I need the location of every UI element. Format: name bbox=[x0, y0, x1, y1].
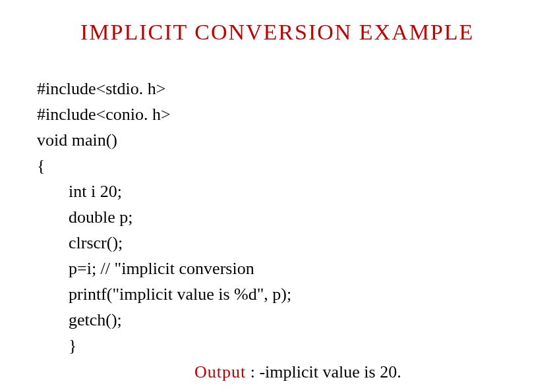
code-line-2: #include<conio. h> bbox=[37, 101, 291, 127]
code-line-8: p=i; // "implicit conversion bbox=[37, 256, 291, 281]
code-line-4: { bbox=[37, 153, 291, 179]
code-line-9: printf("implicit value is %d", p); bbox=[37, 281, 291, 307]
output-line: Output : -implicit value is 20. bbox=[194, 362, 401, 382]
code-line-6: double p; bbox=[37, 204, 291, 230]
output-label: Output bbox=[194, 362, 246, 381]
code-block: #include<stdio. h> #include<conio. h> vo… bbox=[37, 76, 291, 358]
code-line-1: #include<stdio. h> bbox=[37, 76, 291, 101]
code-line-10: getch(); bbox=[37, 307, 291, 333]
code-line-11: } bbox=[37, 333, 291, 358]
code-line-7: clrscr(); bbox=[37, 230, 291, 256]
code-line-3: void main() bbox=[37, 127, 291, 153]
code-line-5: int i 20; bbox=[37, 179, 291, 204]
slide-title: IMPLICIT CONVERSION EXAMPLE bbox=[80, 20, 474, 45]
output-text: : -implicit value is 20. bbox=[246, 362, 401, 381]
